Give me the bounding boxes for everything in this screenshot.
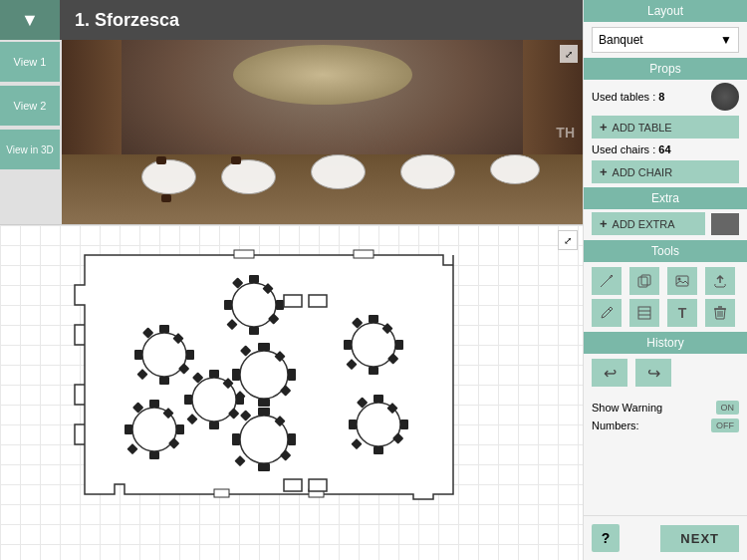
svg-rect-69 [209, 421, 219, 429]
add-chair-plus-icon: + [600, 164, 608, 179]
svg-rect-51 [258, 463, 270, 471]
photo-expand-button[interactable]: ⤢ [560, 45, 578, 63]
logo-box[interactable]: ▼ [0, 0, 60, 40]
svg-rect-79 [309, 479, 327, 491]
used-chairs-count: 64 [658, 143, 670, 155]
tool-image-button[interactable] [667, 267, 697, 295]
used-chairs-label: Used chairs : 64 [592, 143, 671, 155]
numbers-row: Numbers: OFF [592, 419, 739, 432]
logo-icon: ▼ [21, 10, 39, 31]
svg-rect-47 [126, 443, 137, 454]
svg-rect-5 [249, 275, 259, 283]
svg-rect-77 [309, 295, 327, 307]
help-button[interactable]: ? [592, 524, 620, 552]
svg-rect-82 [676, 276, 688, 286]
used-tables-row: Used tables : 8 [584, 80, 747, 114]
svg-rect-61 [349, 420, 357, 429]
floorplan-tables-svg [65, 245, 503, 514]
svg-rect-8 [276, 300, 284, 310]
svg-rect-32 [369, 315, 378, 323]
svg-rect-14 [159, 325, 169, 333]
svg-rect-35 [395, 340, 403, 350]
photo-row: View 1 View 2 View in 3D [0, 40, 583, 224]
layout-dropdown-icon: ▼ [720, 33, 732, 47]
numbers-toggle[interactable]: OFF [711, 419, 739, 432]
table-thumbnail [711, 83, 739, 111]
svg-rect-71 [236, 395, 244, 405]
venue-photo: TH ⤢ [62, 40, 583, 224]
undo-icon: ↩ [604, 364, 617, 383]
svg-rect-56 [234, 455, 245, 466]
svg-rect-38 [346, 359, 357, 370]
view-buttons-col: View 1 View 2 View in 3D [0, 40, 62, 224]
svg-rect-41 [149, 400, 159, 408]
svg-rect-33 [369, 367, 378, 375]
tools-section-header: Tools [584, 240, 747, 262]
svg-rect-74 [186, 414, 197, 424]
add-table-button[interactable]: + ADD TABLE [592, 116, 739, 139]
svg-rect-68 [209, 370, 219, 378]
bottom-bar: ? NEXT [584, 515, 747, 560]
used-chairs-row: Used chairs : 64 [584, 140, 747, 158]
options-section: Show Warning ON Numbers: OFF [584, 396, 747, 441]
svg-rect-44 [176, 424, 184, 434]
svg-point-83 [678, 278, 681, 281]
extra-section-header: Extra [584, 187, 747, 209]
svg-rect-7 [224, 300, 232, 310]
used-tables-count: 8 [658, 91, 664, 103]
svg-rect-11 [226, 319, 237, 330]
svg-rect-42 [149, 451, 159, 459]
svg-rect-62 [400, 420, 408, 429]
show-warning-toggle[interactable]: ON [716, 401, 740, 415]
tool-trash-button[interactable] [705, 299, 735, 327]
svg-rect-53 [288, 433, 296, 445]
history-section-header: History [584, 332, 747, 354]
layout-section-header: Layout [584, 0, 747, 22]
svg-rect-70 [184, 395, 192, 405]
svg-rect-59 [374, 395, 383, 403]
svg-rect-34 [344, 340, 352, 350]
tool-delete-rows-button[interactable] [629, 299, 659, 327]
tool-upload-button[interactable] [705, 267, 735, 295]
svg-rect-24 [258, 399, 270, 407]
floorplan-expand-button[interactable]: ⤢ [558, 230, 578, 250]
numbers-label: Numbers: [592, 420, 639, 431]
add-extra-button[interactable]: + ADD EXTRA [592, 212, 705, 235]
tool-edit-button[interactable] [592, 299, 622, 327]
tool-pencil-button[interactable] [592, 267, 622, 295]
svg-rect-52 [232, 433, 240, 445]
svg-rect-25 [232, 369, 240, 381]
tool-text-button[interactable]: T [667, 299, 697, 327]
view2-button[interactable]: View 2 [0, 86, 60, 126]
add-extra-plus-icon: + [600, 216, 608, 231]
layout-dropdown[interactable]: Banquet ▼ [592, 27, 739, 53]
view3d-button[interactable]: View in 3D [0, 130, 60, 169]
svg-rect-17 [186, 350, 194, 360]
header-bar: ▼ 1. Sforzesca [0, 0, 583, 40]
next-button[interactable]: NEXT [660, 525, 739, 552]
show-warning-label: Show Warning [592, 402, 662, 414]
view1-button[interactable]: View 1 [0, 42, 60, 82]
used-tables-label: Used tables : 8 [592, 91, 664, 103]
svg-rect-60 [374, 446, 383, 454]
svg-rect-78 [284, 479, 302, 491]
tool-copy-button[interactable] [629, 267, 659, 295]
svg-rect-23 [258, 343, 270, 351]
add-chair-label: ADD CHAIR [613, 166, 673, 178]
tools-grid: T [584, 262, 747, 332]
extra-row: + ADD EXTRA [584, 209, 747, 238]
layout-dropdown-value: Banquet [599, 33, 643, 47]
tool-text-icon: T [678, 305, 687, 321]
redo-button[interactable]: ↪ [635, 359, 671, 387]
add-table-plus-icon: + [600, 120, 608, 135]
add-extra-label: ADD EXTRA [613, 218, 675, 230]
redo-icon: ↪ [647, 364, 660, 383]
history-buttons: ↩ ↪ [584, 354, 747, 392]
svg-rect-16 [134, 350, 142, 360]
svg-rect-15 [159, 377, 169, 385]
add-chair-button[interactable]: + ADD CHAIR [592, 160, 739, 183]
layout-section: Banquet ▼ [584, 22, 747, 58]
right-panel: Layout Banquet ▼ Props Used tables : 8 +… [583, 0, 747, 560]
venue-title: 1. Sforzesca [75, 10, 179, 31]
undo-button[interactable]: ↩ [592, 359, 627, 387]
